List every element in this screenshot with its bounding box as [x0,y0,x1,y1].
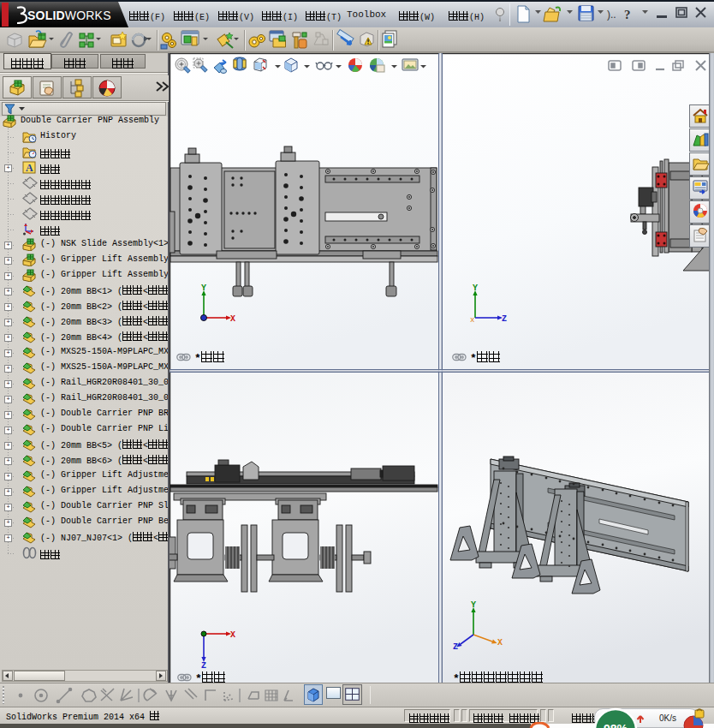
svg-text:A: A [26,162,33,174]
svg-text:Z: Z [453,642,458,652]
svg-text:SOLIDWORKS: SOLIDWORKS [27,9,111,22]
svg-text:X: X [230,314,235,324]
svg-text:98%: 98% [604,722,628,728]
svg-text:Y: Y [471,600,476,610]
svg-text:Y: Y [473,283,478,293]
svg-text:X: X [230,630,235,640]
svg-text:x: x [470,316,474,325]
svg-text:?: ? [624,8,631,21]
svg-text:)..: ).. [607,9,616,21]
svg-text:Y: Y [201,283,206,293]
svg-text:X: X [497,638,503,647]
svg-text:0K/s: 0K/s [659,713,676,723]
svg-text:Z: Z [502,314,507,324]
